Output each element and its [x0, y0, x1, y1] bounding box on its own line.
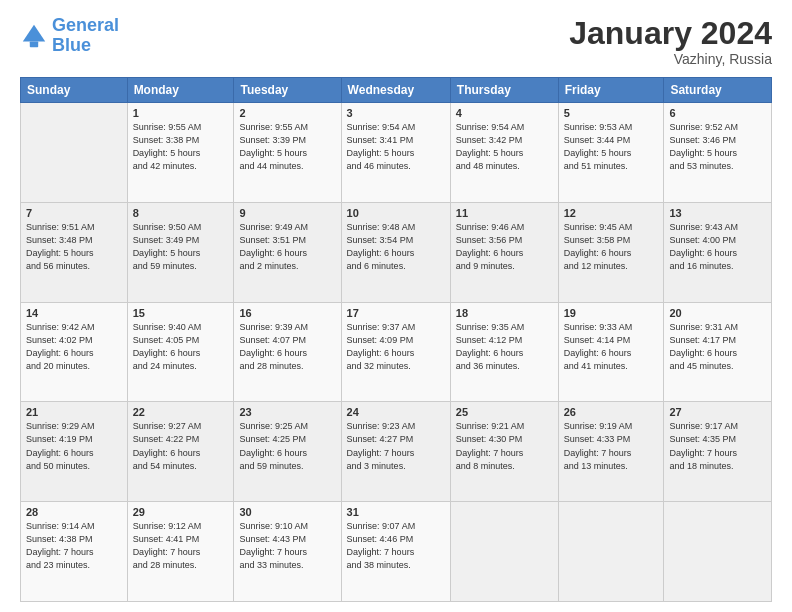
- day-number: 16: [239, 307, 335, 319]
- month-title: January 2024: [569, 16, 772, 51]
- calendar-cell: [450, 502, 558, 602]
- day-info: Sunrise: 9:27 AMSunset: 4:22 PMDaylight:…: [133, 420, 229, 472]
- day-number: 1: [133, 107, 229, 119]
- calendar-cell: 6Sunrise: 9:52 AMSunset: 3:46 PMDaylight…: [664, 103, 772, 203]
- day-number: 10: [347, 207, 445, 219]
- day-info: Sunrise: 9:50 AMSunset: 3:49 PMDaylight:…: [133, 221, 229, 273]
- svg-marker-0: [23, 25, 45, 42]
- calendar-cell: 16Sunrise: 9:39 AMSunset: 4:07 PMDayligh…: [234, 302, 341, 402]
- weekday-header-monday: Monday: [127, 78, 234, 103]
- week-row-4: 21Sunrise: 9:29 AMSunset: 4:19 PMDayligh…: [21, 402, 772, 502]
- calendar-cell: 25Sunrise: 9:21 AMSunset: 4:30 PMDayligh…: [450, 402, 558, 502]
- calendar-cell: 26Sunrise: 9:19 AMSunset: 4:33 PMDayligh…: [558, 402, 664, 502]
- calendar-cell: 9Sunrise: 9:49 AMSunset: 3:51 PMDaylight…: [234, 202, 341, 302]
- day-number: 29: [133, 506, 229, 518]
- day-info: Sunrise: 9:53 AMSunset: 3:44 PMDaylight:…: [564, 121, 659, 173]
- day-number: 9: [239, 207, 335, 219]
- day-info: Sunrise: 9:46 AMSunset: 3:56 PMDaylight:…: [456, 221, 553, 273]
- day-number: 11: [456, 207, 553, 219]
- calendar-cell: [21, 103, 128, 203]
- day-number: 20: [669, 307, 766, 319]
- logo: General Blue: [20, 16, 119, 56]
- day-info: Sunrise: 9:42 AMSunset: 4:02 PMDaylight:…: [26, 321, 122, 373]
- week-row-5: 28Sunrise: 9:14 AMSunset: 4:38 PMDayligh…: [21, 502, 772, 602]
- logo-line2: Blue: [52, 36, 119, 56]
- day-info: Sunrise: 9:10 AMSunset: 4:43 PMDaylight:…: [239, 520, 335, 572]
- day-number: 21: [26, 406, 122, 418]
- weekday-header-saturday: Saturday: [664, 78, 772, 103]
- calendar-cell: 10Sunrise: 9:48 AMSunset: 3:54 PMDayligh…: [341, 202, 450, 302]
- day-info: Sunrise: 9:29 AMSunset: 4:19 PMDaylight:…: [26, 420, 122, 472]
- day-info: Sunrise: 9:39 AMSunset: 4:07 PMDaylight:…: [239, 321, 335, 373]
- day-number: 2: [239, 107, 335, 119]
- calendar-cell: 30Sunrise: 9:10 AMSunset: 4:43 PMDayligh…: [234, 502, 341, 602]
- week-row-3: 14Sunrise: 9:42 AMSunset: 4:02 PMDayligh…: [21, 302, 772, 402]
- day-info: Sunrise: 9:14 AMSunset: 4:38 PMDaylight:…: [26, 520, 122, 572]
- day-info: Sunrise: 9:07 AMSunset: 4:46 PMDaylight:…: [347, 520, 445, 572]
- day-number: 22: [133, 406, 229, 418]
- day-number: 26: [564, 406, 659, 418]
- day-number: 23: [239, 406, 335, 418]
- calendar-cell: 19Sunrise: 9:33 AMSunset: 4:14 PMDayligh…: [558, 302, 664, 402]
- calendar-cell: 8Sunrise: 9:50 AMSunset: 3:49 PMDaylight…: [127, 202, 234, 302]
- day-number: 27: [669, 406, 766, 418]
- calendar-cell: 2Sunrise: 9:55 AMSunset: 3:39 PMDaylight…: [234, 103, 341, 203]
- calendar-cell: 22Sunrise: 9:27 AMSunset: 4:22 PMDayligh…: [127, 402, 234, 502]
- day-number: 4: [456, 107, 553, 119]
- calendar-cell: 1Sunrise: 9:55 AMSunset: 3:38 PMDaylight…: [127, 103, 234, 203]
- logo-icon: [20, 22, 48, 50]
- day-info: Sunrise: 9:21 AMSunset: 4:30 PMDaylight:…: [456, 420, 553, 472]
- calendar-cell: 5Sunrise: 9:53 AMSunset: 3:44 PMDaylight…: [558, 103, 664, 203]
- day-info: Sunrise: 9:55 AMSunset: 3:39 PMDaylight:…: [239, 121, 335, 173]
- calendar-body: 1Sunrise: 9:55 AMSunset: 3:38 PMDaylight…: [21, 103, 772, 602]
- weekday-header-tuesday: Tuesday: [234, 78, 341, 103]
- logo-line1: General: [52, 15, 119, 35]
- logo-text: General Blue: [52, 16, 119, 56]
- page: General Blue January 2024 Vazhiny, Russi…: [0, 0, 792, 612]
- day-number: 25: [456, 406, 553, 418]
- day-number: 24: [347, 406, 445, 418]
- calendar-cell: 23Sunrise: 9:25 AMSunset: 4:25 PMDayligh…: [234, 402, 341, 502]
- day-number: 19: [564, 307, 659, 319]
- day-number: 3: [347, 107, 445, 119]
- day-info: Sunrise: 9:23 AMSunset: 4:27 PMDaylight:…: [347, 420, 445, 472]
- day-info: Sunrise: 9:48 AMSunset: 3:54 PMDaylight:…: [347, 221, 445, 273]
- calendar-cell: 27Sunrise: 9:17 AMSunset: 4:35 PMDayligh…: [664, 402, 772, 502]
- day-number: 31: [347, 506, 445, 518]
- calendar-cell: 7Sunrise: 9:51 AMSunset: 3:48 PMDaylight…: [21, 202, 128, 302]
- day-info: Sunrise: 9:51 AMSunset: 3:48 PMDaylight:…: [26, 221, 122, 273]
- weekday-header-wednesday: Wednesday: [341, 78, 450, 103]
- day-number: 18: [456, 307, 553, 319]
- day-info: Sunrise: 9:33 AMSunset: 4:14 PMDaylight:…: [564, 321, 659, 373]
- calendar-cell: 15Sunrise: 9:40 AMSunset: 4:05 PMDayligh…: [127, 302, 234, 402]
- day-number: 5: [564, 107, 659, 119]
- day-info: Sunrise: 9:35 AMSunset: 4:12 PMDaylight:…: [456, 321, 553, 373]
- header: General Blue January 2024 Vazhiny, Russi…: [20, 16, 772, 67]
- calendar-cell: 14Sunrise: 9:42 AMSunset: 4:02 PMDayligh…: [21, 302, 128, 402]
- day-info: Sunrise: 9:25 AMSunset: 4:25 PMDaylight:…: [239, 420, 335, 472]
- week-row-1: 1Sunrise: 9:55 AMSunset: 3:38 PMDaylight…: [21, 103, 772, 203]
- calendar-cell: 28Sunrise: 9:14 AMSunset: 4:38 PMDayligh…: [21, 502, 128, 602]
- calendar-header: SundayMondayTuesdayWednesdayThursdayFrid…: [21, 78, 772, 103]
- day-info: Sunrise: 9:54 AMSunset: 3:42 PMDaylight:…: [456, 121, 553, 173]
- day-number: 28: [26, 506, 122, 518]
- calendar-cell: 17Sunrise: 9:37 AMSunset: 4:09 PMDayligh…: [341, 302, 450, 402]
- day-number: 12: [564, 207, 659, 219]
- calendar-cell: 21Sunrise: 9:29 AMSunset: 4:19 PMDayligh…: [21, 402, 128, 502]
- calendar: SundayMondayTuesdayWednesdayThursdayFrid…: [20, 77, 772, 602]
- day-info: Sunrise: 9:12 AMSunset: 4:41 PMDaylight:…: [133, 520, 229, 572]
- calendar-cell: 29Sunrise: 9:12 AMSunset: 4:41 PMDayligh…: [127, 502, 234, 602]
- day-info: Sunrise: 9:54 AMSunset: 3:41 PMDaylight:…: [347, 121, 445, 173]
- day-number: 7: [26, 207, 122, 219]
- weekday-row: SundayMondayTuesdayWednesdayThursdayFrid…: [21, 78, 772, 103]
- day-info: Sunrise: 9:52 AMSunset: 3:46 PMDaylight:…: [669, 121, 766, 173]
- svg-rect-1: [30, 41, 38, 47]
- day-info: Sunrise: 9:37 AMSunset: 4:09 PMDaylight:…: [347, 321, 445, 373]
- day-info: Sunrise: 9:55 AMSunset: 3:38 PMDaylight:…: [133, 121, 229, 173]
- day-info: Sunrise: 9:45 AMSunset: 3:58 PMDaylight:…: [564, 221, 659, 273]
- calendar-cell: 31Sunrise: 9:07 AMSunset: 4:46 PMDayligh…: [341, 502, 450, 602]
- day-info: Sunrise: 9:19 AMSunset: 4:33 PMDaylight:…: [564, 420, 659, 472]
- day-number: 30: [239, 506, 335, 518]
- location: Vazhiny, Russia: [569, 51, 772, 67]
- day-info: Sunrise: 9:31 AMSunset: 4:17 PMDaylight:…: [669, 321, 766, 373]
